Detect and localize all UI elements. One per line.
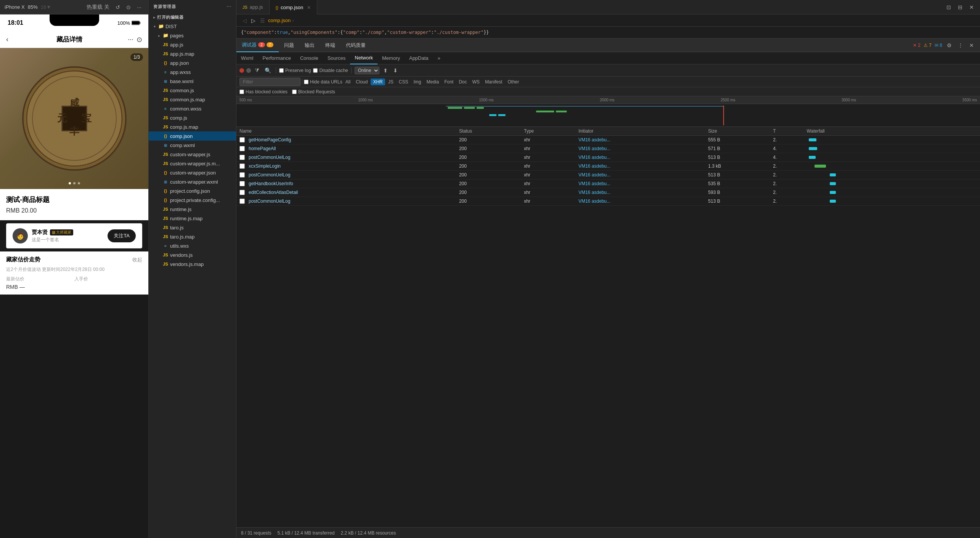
file-runtimejs[interactable]: JS runtime.js bbox=[149, 205, 236, 214]
more-btn[interactable]: ··· bbox=[135, 3, 144, 11]
breadcrumb-forward-btn[interactable]: ▷ bbox=[250, 17, 257, 24]
file-runtimejsmap[interactable]: JS runtime.js.map bbox=[149, 214, 236, 223]
file-compjson[interactable]: {} comp.json bbox=[149, 131, 236, 141]
initiator-link-5[interactable]: VM16 asdebu... bbox=[578, 181, 610, 186]
filter-ws[interactable]: WS bbox=[470, 78, 482, 85]
blocked-cookies-checkbox[interactable] bbox=[239, 90, 244, 94]
tab-terminal[interactable]: 终端 bbox=[320, 38, 341, 52]
blocked-cookies-label[interactable]: Has blocked cookies bbox=[239, 89, 288, 94]
initiator-link-3[interactable]: VM16 asdebu... bbox=[578, 163, 610, 169]
expand-btn[interactable]: ⋮ bbox=[956, 42, 965, 49]
tab-appjs[interactable]: JS app.js bbox=[236, 0, 270, 14]
filter-img[interactable]: Img bbox=[411, 78, 423, 85]
refresh-btn[interactable]: ↺ bbox=[113, 3, 122, 11]
file-vendorsjs[interactable]: JS vendors.js bbox=[149, 250, 236, 259]
preserve-log-checkbox[interactable] bbox=[279, 68, 284, 73]
tab-console[interactable]: Console bbox=[296, 52, 323, 64]
trend-action[interactable]: 收起 bbox=[132, 256, 142, 263]
initiator-link-2[interactable]: VM16 asdebu... bbox=[578, 155, 610, 160]
tab-output[interactable]: 输出 bbox=[299, 38, 320, 52]
table-row[interactable]: getHomePageConfig 200 xhr VM16 asdebu...… bbox=[236, 136, 980, 144]
hot-reload-btn[interactable]: 热重载 关 bbox=[84, 3, 112, 11]
disable-cache-checkbox[interactable] bbox=[313, 68, 318, 73]
upload-btn[interactable]: ⬆ bbox=[382, 67, 389, 74]
file-vendorsjsmap[interactable]: JS vendors.js.map bbox=[149, 259, 236, 269]
initiator-link-4[interactable]: VM16 asdebu... bbox=[578, 172, 610, 178]
hide-data-urls-label[interactable]: Hide data URLs bbox=[304, 79, 342, 85]
explorer-more-btn[interactable]: ··· bbox=[227, 3, 231, 10]
file-customwrapperjs[interactable]: JS custom-wrapper.js bbox=[149, 150, 236, 159]
breadcrumb-back-btn[interactable]: ◁ bbox=[241, 17, 248, 24]
more-options-btn[interactable]: ··· bbox=[128, 35, 133, 44]
file-compwxml[interactable]: ⊞ comp.wxml bbox=[149, 141, 236, 150]
filter-other[interactable]: Other bbox=[505, 78, 521, 85]
tab-memory[interactable]: Memory bbox=[378, 52, 405, 64]
preserve-log-label[interactable]: Preserve log bbox=[279, 68, 311, 73]
devtools-remote-btn[interactable]: ⊡ bbox=[945, 3, 953, 11]
table-row[interactable]: xcxSimpleLogin 200 xhr VM16 asdebu... 1.… bbox=[236, 162, 980, 171]
file-tarojs[interactable]: JS taro.js bbox=[149, 223, 236, 232]
file-basewxml[interactable]: ⊞ base.wxml bbox=[149, 77, 236, 86]
tab-performance[interactable]: Performance bbox=[258, 52, 296, 64]
row-checkbox-0[interactable] bbox=[239, 137, 245, 143]
tab-wxml[interactable]: Wxml bbox=[236, 52, 258, 64]
devtools-layout-btn[interactable]: ⊟ bbox=[956, 3, 964, 11]
tab-codequality[interactable]: 代码质量 bbox=[341, 38, 371, 52]
file-commonwxss[interactable]: ≡ common.wxss bbox=[149, 104, 236, 113]
download-btn[interactable]: ⬇ bbox=[392, 67, 399, 74]
file-projectprivate[interactable]: {} project.private.config... bbox=[149, 195, 236, 205]
blocked-requests-label[interactable]: Blocked Requests bbox=[292, 89, 335, 94]
table-row[interactable]: editCollectionAtlasDetail 200 xhr VM16 a… bbox=[236, 188, 980, 197]
hide-data-urls-checkbox[interactable] bbox=[304, 80, 308, 84]
file-tarojsmap[interactable]: JS taro.js.map bbox=[149, 232, 236, 241]
filter-manifest[interactable]: Manifest bbox=[483, 78, 504, 85]
tab-network[interactable]: Network bbox=[350, 52, 378, 64]
table-row[interactable]: postCommonUelLog 200 xhr VM16 asdebu... … bbox=[236, 197, 980, 206]
initiator-link-0[interactable]: VM16 asdebu... bbox=[578, 137, 610, 143]
blocked-requests-checkbox[interactable] bbox=[292, 90, 297, 94]
search-icon-btn[interactable]: 🔍 bbox=[263, 67, 273, 74]
file-projectconfig[interactable]: {} project.config.json bbox=[149, 186, 236, 195]
disable-cache-label[interactable]: Disable cache bbox=[313, 68, 348, 73]
table-row[interactable]: homePageAll 200 xhr VM16 asdebu... 571 B… bbox=[236, 144, 980, 153]
filter-doc[interactable]: Doc bbox=[456, 78, 469, 85]
network-table-container[interactable]: Name Status Type Initiator Size T Waterf… bbox=[236, 127, 980, 527]
table-row[interactable]: postCommonUelLog 200 xhr VM16 asdebu... … bbox=[236, 153, 980, 162]
file-utilswxs[interactable]: ≈ utils.wxs bbox=[149, 241, 236, 250]
initiator-link-6[interactable]: VM16 asdebu... bbox=[578, 190, 610, 195]
tab-compjson[interactable]: {} comp.json ✕ bbox=[270, 0, 318, 14]
pages-folder[interactable]: ▸ 📁 pages bbox=[149, 31, 236, 40]
file-customwrapperjson[interactable]: {} custom-wrapper.json bbox=[149, 168, 236, 177]
filter-xhr[interactable]: XHR bbox=[371, 78, 385, 85]
initiator-link-1[interactable]: VM16 asdebu... bbox=[578, 146, 610, 151]
devtools-close-btn[interactable]: ✕ bbox=[968, 3, 975, 11]
tab-more[interactable]: » bbox=[433, 52, 445, 64]
tab-sources[interactable]: Sources bbox=[323, 52, 350, 64]
row-checkbox-2[interactable] bbox=[239, 155, 245, 160]
filter-css[interactable]: CSS bbox=[397, 78, 411, 85]
filter-media[interactable]: Media bbox=[424, 78, 441, 85]
row-checkbox-6[interactable] bbox=[239, 190, 245, 195]
clear-circle[interactable] bbox=[246, 68, 251, 73]
file-customwrapperwxml[interactable]: ⊞ custom-wrapper.wxml bbox=[149, 177, 236, 186]
file-appjs[interactable]: JS app.js bbox=[149, 40, 236, 49]
follow-button[interactable]: 关注TA bbox=[108, 229, 136, 242]
settings-btn[interactable]: ⚙ bbox=[945, 42, 953, 49]
share-btn[interactable]: ⊙ bbox=[137, 35, 142, 44]
breadcrumb-menu-btn[interactable]: ☰ bbox=[259, 17, 267, 24]
filter-icon-btn[interactable]: ⧩ bbox=[253, 66, 261, 74]
row-checkbox-1[interactable] bbox=[239, 146, 245, 151]
initiator-link-7[interactable]: VM16 asdebu... bbox=[578, 199, 610, 204]
row-checkbox-5[interactable] bbox=[239, 181, 245, 186]
file-commonjsmap[interactable]: JS common.js.map bbox=[149, 95, 236, 104]
dist-folder[interactable]: ▾ 📁 DIST bbox=[149, 22, 236, 31]
tab-appdata[interactable]: AppData bbox=[405, 52, 433, 64]
file-compjs[interactable]: JS comp.js bbox=[149, 113, 236, 122]
back-button[interactable]: ‹ bbox=[6, 35, 8, 43]
file-commonjs[interactable]: JS common.js bbox=[149, 86, 236, 95]
file-customwrapperjsmap[interactable]: JS custom-wrapper.js.m... bbox=[149, 159, 236, 168]
open-editors-section[interactable]: ▸ 打开的编辑器 bbox=[149, 13, 236, 22]
file-appwxss[interactable]: ≡ app.wxss bbox=[149, 67, 236, 77]
close-tab-icon[interactable]: ✕ bbox=[307, 5, 311, 10]
throttle-select[interactable]: Online bbox=[355, 67, 379, 74]
